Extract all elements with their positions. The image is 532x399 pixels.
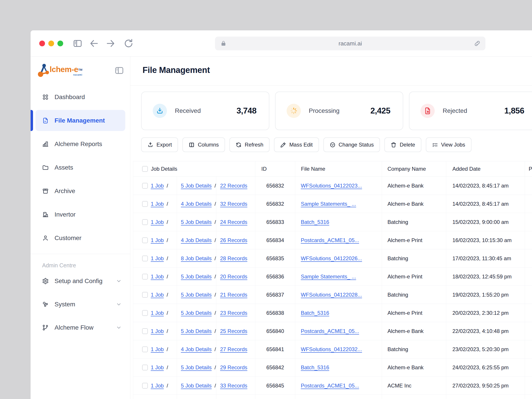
columns-button[interactable]: Columns (183, 137, 225, 152)
stat-cards: Received 3,748 Processing 2,425 Rejected… (141, 92, 532, 130)
file-name-link[interactable]: Postcards_ACME1_05... (301, 328, 359, 334)
sidebar-item-assets[interactable]: Assets (35, 157, 125, 178)
records-link[interactable]: 23 Records (220, 310, 247, 316)
job-link[interactable]: 1 Job (151, 310, 164, 316)
file-name-link[interactable]: Batch_5316 (301, 364, 329, 371)
records-link[interactable]: 20 Records (220, 273, 247, 280)
records-link[interactable]: 28 Records (220, 255, 247, 262)
sidebar-item-label: File Management (55, 117, 105, 124)
stat-label: Received (175, 107, 201, 114)
sidebar-item-dashboard[interactable]: Dashboard (35, 86, 125, 108)
job-link[interactable]: 1 Job (151, 255, 164, 262)
job-link[interactable]: 1 Job (151, 292, 164, 298)
table-row: 1 Job / 4 Job Details / 32 Records 65683… (133, 195, 532, 213)
file-name-link[interactable]: WFSolutions_04122023... (301, 183, 362, 189)
sidebar-item-alcheme-flow[interactable]: Alcheme Flow (35, 317, 125, 338)
job-details-link[interactable]: 5 Job Details (181, 273, 212, 280)
job-details-link[interactable]: 5 Job Details (181, 328, 212, 334)
row-checkbox[interactable] (142, 201, 148, 207)
zoom-window-button[interactable] (57, 41, 63, 46)
row-checkbox[interactable] (142, 274, 148, 279)
file-name-link[interactable]: WFSolutions_04122026... (301, 255, 362, 262)
delete-button[interactable]: Delete (384, 137, 421, 152)
forward-icon[interactable] (106, 38, 116, 49)
row-checkbox[interactable] (142, 365, 148, 370)
row-checkbox[interactable] (142, 292, 148, 298)
job-link[interactable]: 1 Job (151, 183, 164, 189)
share-link-icon[interactable] (474, 40, 481, 47)
job-link[interactable]: 1 Job (151, 328, 164, 334)
job-details-link[interactable]: 4 Job Details (181, 237, 212, 243)
row-checkbox[interactable] (142, 383, 148, 389)
records-link[interactable]: 32 Records (220, 201, 247, 207)
sidebar-item-system[interactable]: System (35, 294, 125, 315)
job-details-link[interactable]: 5 Job Details (181, 383, 212, 389)
row-checkbox[interactable] (142, 310, 148, 316)
job-link[interactable]: 1 Job (151, 273, 164, 280)
row-checkbox[interactable] (142, 256, 148, 261)
mass-edit-button[interactable]: Mass Edit (274, 137, 319, 152)
brand-subtext: racami (50, 74, 82, 76)
sidebar-item-customer[interactable]: Customer (35, 228, 125, 248)
job-details-link[interactable]: 5 Job Details (181, 364, 212, 371)
back-icon[interactable] (89, 38, 99, 49)
sidebar-item-invertor[interactable]: Invertor (35, 204, 125, 225)
minimize-window-button[interactable] (48, 41, 54, 46)
job-link[interactable]: 1 Job (151, 237, 164, 243)
row-company: Alchem-e Bank (382, 177, 446, 195)
job-link[interactable]: 1 Job (151, 383, 164, 389)
file-name-link[interactable]: Batch_5316 (301, 310, 329, 316)
file-name-link[interactable]: Postcards_ACME1_05... (301, 383, 359, 389)
row-id: 656833 (255, 213, 295, 231)
job-details-link[interactable]: 4 Job Details (181, 201, 212, 207)
row-checkbox[interactable] (142, 183, 148, 189)
job-details-link[interactable]: 5 Job Details (181, 292, 212, 298)
job-link[interactable]: 1 Job (151, 219, 164, 225)
records-link[interactable]: 26 Records (220, 237, 247, 243)
file-name-link[interactable]: WFSolutions_04122028... (301, 292, 362, 298)
job-link[interactable]: 1 Job (151, 364, 164, 371)
user-icon (42, 235, 49, 241)
close-window-button[interactable] (39, 41, 45, 46)
refresh-button[interactable]: Refresh (229, 137, 270, 152)
row-checkbox[interactable] (142, 219, 148, 225)
row-checkbox[interactable] (142, 237, 148, 243)
job-link[interactable]: 1 Job (151, 201, 164, 207)
export-button[interactable]: Export (141, 137, 178, 152)
file-name-link[interactable]: Batch_5316 (301, 219, 329, 225)
file-name-link[interactable]: Sample Statements_ ... (301, 273, 356, 280)
sidebar-collapse-icon[interactable] (114, 65, 124, 76)
records-link[interactable]: 24 Records (220, 219, 247, 225)
sidebar-item-alcheme-reports[interactable]: Alcheme Reports (35, 133, 125, 154)
job-details-link[interactable]: 5 Job Details (181, 183, 212, 189)
reload-icon[interactable] (123, 38, 134, 49)
change-status-button[interactable]: Change Status (323, 137, 380, 152)
sidebar-item-file-management[interactable]: File Management (35, 110, 125, 131)
job-details-link[interactable]: 8 Job Details (181, 255, 212, 262)
row-checkbox[interactable] (142, 347, 148, 352)
records-link[interactable]: 21 Records (220, 292, 247, 298)
file-name-link[interactable]: Postcards_ACME1_05... (301, 237, 359, 243)
sidebar-item-setup-and-config[interactable]: Setup and Config (35, 270, 125, 291)
records-link[interactable]: 25 Records (220, 328, 247, 334)
records-link[interactable]: 22 Records (220, 183, 247, 189)
records-link[interactable]: 33 Records (220, 383, 247, 389)
select-all-checkbox[interactable] (142, 166, 148, 172)
job-link[interactable]: 1 Job (151, 346, 164, 352)
job-details-link[interactable]: 4 Job Details (181, 346, 212, 352)
row-checkbox[interactable] (142, 328, 148, 334)
records-link[interactable]: 27 Records (220, 346, 247, 352)
file-name-link[interactable]: Sample Statements_ ... (301, 201, 356, 207)
address-bar[interactable]: racami.ai (215, 37, 485, 50)
file-name-link[interactable]: WFSolutions_04122032... (301, 346, 362, 352)
lock-icon (220, 40, 227, 47)
trash-icon (391, 142, 397, 148)
browser-sidebar-icon[interactable] (72, 38, 83, 49)
alchem-e-logo: lchem-eTM racami (37, 63, 82, 78)
job-details-link[interactable]: 5 Job Details (181, 310, 212, 316)
job-details-link[interactable]: 5 Job Details (181, 219, 212, 225)
records-link[interactable]: 29 Records (220, 364, 247, 371)
sidebar-item-archive[interactable]: Archive (35, 180, 125, 202)
view-jobs-button[interactable]: View Jobs (426, 137, 471, 152)
sidebar-item-label: Alcheme Flow (55, 324, 94, 331)
